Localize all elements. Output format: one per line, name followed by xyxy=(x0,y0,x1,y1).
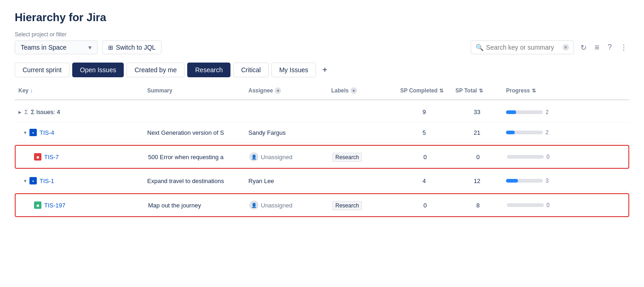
labels-cell: Research xyxy=(328,200,397,211)
sp-completed-cell: 9 xyxy=(397,107,452,117)
key-cell: ▾ ▪ TIS-1 xyxy=(15,175,144,186)
col-header-assignee[interactable]: Assignee ● xyxy=(245,86,328,96)
col-header-sp-total[interactable]: SP Total ⇅ xyxy=(452,86,502,96)
sort-icon-sp-total: ⇅ xyxy=(479,88,483,94)
progress-value: 0 xyxy=(546,202,550,208)
tab-open-issues[interactable]: Open Issues xyxy=(72,63,124,77)
summary-cell: Next Generation version of S xyxy=(144,127,245,138)
sp-completed-cell: 0 xyxy=(397,200,453,211)
avatar: 👤 xyxy=(249,152,259,161)
labels-cell: Research xyxy=(328,152,397,162)
summary-cell xyxy=(144,110,245,114)
issue-key-link[interactable]: TIS-7 xyxy=(44,154,59,161)
more-options-button[interactable]: ⋮ xyxy=(618,41,629,54)
labels-cell xyxy=(328,179,397,183)
assignee-cell: Sandy Fargus xyxy=(245,127,328,138)
assignee-cell: 👤 Unassigned xyxy=(246,199,328,212)
assignee-filter-icon[interactable]: ● xyxy=(275,87,281,94)
labels-cell xyxy=(328,131,397,134)
sigma-icon: Σ xyxy=(24,109,28,115)
col-header-labels[interactable]: Labels ● xyxy=(328,86,397,96)
table-row: ▸ Σ Σ Issues: 4 9 33 2 xyxy=(15,102,629,122)
help-button[interactable]: ? xyxy=(606,41,614,53)
jql-icon: ⊞ xyxy=(108,44,113,51)
avatar: 👤 xyxy=(249,201,259,210)
key-cell: ■ TIS-197 xyxy=(16,200,144,211)
filter-button[interactable]: ≡ xyxy=(593,41,602,54)
expand-arrow[interactable]: ▾ xyxy=(24,130,27,136)
progress-value: 3 xyxy=(546,178,549,184)
expand-arrow[interactable]: ▸ xyxy=(18,109,22,115)
col-header-summary[interactable]: Summary xyxy=(144,86,245,96)
tab-created-by-me[interactable]: Created by me xyxy=(126,63,184,77)
project-select[interactable]: Teams in Space ▾ xyxy=(15,40,98,54)
sp-completed-cell: 5 xyxy=(397,127,452,138)
col-header-sp-completed[interactable]: SP Completed ⇅ xyxy=(397,86,452,96)
progress-value: 0 xyxy=(546,154,550,160)
sp-completed-cell: 4 xyxy=(397,176,452,186)
table-row: ▾ ▪ TIS-1 Expand travel to destinations … xyxy=(15,171,629,191)
summary-cell: Expand travel to destinations xyxy=(144,176,245,186)
issue-icon-story: ▪ xyxy=(29,129,37,136)
progress-cell: 3 xyxy=(502,176,576,186)
page-title: Hierarchy for Jira xyxy=(15,11,629,24)
project-selector-label: Select project or filter xyxy=(15,31,629,38)
table-header: Key ↓ Summary Assignee ● Labels ● SP Com… xyxy=(15,86,629,100)
key-cell: ▾ ▪ TIS-4 xyxy=(15,127,144,138)
progress-cell: 0 xyxy=(503,152,577,162)
issue-key-link[interactable]: TIS-4 xyxy=(40,129,54,136)
filter-icon: ≡ xyxy=(595,43,600,52)
search-input[interactable] xyxy=(486,44,560,51)
tab-current-sprint[interactable]: Current sprint xyxy=(15,63,69,77)
label-tag: Research xyxy=(332,153,362,162)
switch-jql-button[interactable]: ⊞ Switch to JQL xyxy=(102,40,161,54)
sp-completed-cell: 0 xyxy=(397,152,453,162)
labels-cell xyxy=(328,110,397,114)
table-row: ▾ ▪ TIS-4 Next Generation version of S S… xyxy=(15,122,629,143)
table-row-highlighted: ■ TIS-7 500 Error when requesting a 👤 Un… xyxy=(15,145,629,169)
sort-icon-sp-completed: ⇅ xyxy=(439,88,443,94)
progress-cell: 2 xyxy=(502,107,576,117)
issue-icon-bug: ■ xyxy=(34,153,41,161)
sp-total-cell: 12 xyxy=(452,176,502,186)
sp-total-cell: 21 xyxy=(452,127,502,138)
col-header-progress[interactable]: Progress ⇅ xyxy=(502,86,576,96)
tab-my-issues[interactable]: My Issues xyxy=(271,63,316,77)
sigma-cell: ▸ Σ Σ Issues: 4 xyxy=(15,107,144,117)
sp-total-cell: 33 xyxy=(452,107,502,117)
add-tab-button[interactable]: + xyxy=(319,63,331,77)
toolbar: Teams in Space ▾ ⊞ Switch to JQL 🔍 ✕ ↻ ≡… xyxy=(15,40,629,54)
assignee-cell: Ryan Lee xyxy=(245,176,328,186)
sp-total-cell: 0 xyxy=(453,152,503,162)
issue-icon-story: ▪ xyxy=(29,177,37,184)
key-cell: ■ TIS-7 xyxy=(16,151,144,162)
clear-search-icon[interactable]: ✕ xyxy=(563,44,569,51)
assignee-cell: 👤 Unassigned xyxy=(246,150,328,163)
label-tag: Research xyxy=(332,201,362,210)
search-icon: 🔍 xyxy=(476,44,483,51)
sp-total-cell: 8 xyxy=(453,200,503,211)
summary-cell: Map out the journey xyxy=(144,200,246,211)
assignee-cell xyxy=(245,110,328,114)
issue-key-link[interactable]: TIS-1 xyxy=(40,178,54,184)
table-row-highlighted: ■ TIS-197 Map out the journey 👤 Unassign… xyxy=(15,193,629,217)
tab-research[interactable]: Research xyxy=(187,63,230,77)
expand-arrow[interactable]: ▾ xyxy=(24,178,27,184)
progress-value: 2 xyxy=(546,109,549,115)
project-select-value: Teams in Space xyxy=(21,44,67,51)
chevron-down-icon: ▾ xyxy=(88,44,92,51)
summary-cell: 500 Error when requesting a xyxy=(144,152,246,162)
tabs-row: Current sprint Open Issues Created by me… xyxy=(15,63,629,77)
progress-cell: 2 xyxy=(502,127,576,138)
issue-key-link[interactable]: TIS-197 xyxy=(44,202,65,209)
refresh-button[interactable]: ↻ xyxy=(579,41,588,54)
labels-filter-icon[interactable]: ● xyxy=(351,87,357,94)
search-bar: 🔍 ✕ xyxy=(471,40,574,54)
issue-icon-task: ■ xyxy=(34,201,41,209)
progress-cell: 0 xyxy=(503,200,577,210)
col-header-key[interactable]: Key ↓ xyxy=(15,86,144,96)
tab-critical[interactable]: Critical xyxy=(233,63,269,77)
sort-icon-key: ↓ xyxy=(30,88,33,93)
sort-icon-progress: ⇅ xyxy=(532,88,536,94)
sigma-label: Σ Issues: 4 xyxy=(31,109,60,115)
